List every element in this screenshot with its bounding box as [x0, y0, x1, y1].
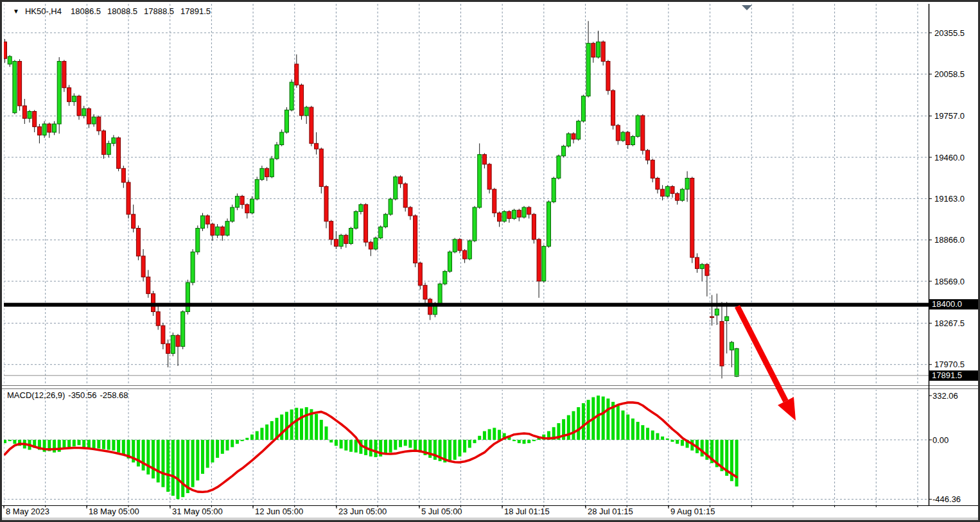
candle[interactable]: [408, 207, 412, 216]
candle[interactable]: [245, 205, 249, 213]
candle[interactable]: [696, 257, 699, 268]
candle[interactable]: [57, 62, 61, 124]
candle[interactable]: [201, 216, 205, 228]
candle[interactable]: [22, 106, 26, 118]
candle[interactable]: [310, 107, 313, 143]
candle[interactable]: [102, 131, 106, 155]
horizontal-line-object[interactable]: [4, 303, 929, 307]
candle[interactable]: [651, 160, 654, 178]
candle[interactable]: [28, 112, 31, 119]
candle[interactable]: [636, 116, 640, 136]
candle[interactable]: [324, 187, 328, 222]
candle[interactable]: [72, 96, 76, 102]
candle[interactable]: [715, 309, 719, 315]
candle[interactable]: [566, 134, 570, 146]
candle[interactable]: [487, 164, 491, 189]
candle[interactable]: [13, 62, 17, 113]
candle[interactable]: [383, 214, 387, 227]
candle[interactable]: [597, 42, 600, 57]
candle[interactable]: [280, 132, 284, 144]
candle[interactable]: [112, 138, 116, 144]
candle[interactable]: [156, 311, 160, 326]
candle[interactable]: [680, 189, 684, 200]
candle[interactable]: [374, 238, 378, 249]
candle[interactable]: [606, 62, 610, 91]
candle[interactable]: [216, 227, 220, 235]
candle[interactable]: [82, 109, 86, 116]
candle[interactable]: [581, 96, 585, 121]
candle[interactable]: [542, 247, 546, 281]
candle[interactable]: [354, 211, 358, 228]
candle[interactable]: [127, 182, 130, 214]
candle[interactable]: [62, 62, 66, 88]
candle[interactable]: [646, 150, 650, 160]
candle[interactable]: [220, 227, 224, 235]
candle[interactable]: [478, 155, 482, 207]
candle[interactable]: [438, 284, 442, 304]
candle[interactable]: [300, 85, 304, 116]
candle[interactable]: [275, 145, 279, 159]
candle[interactable]: [250, 199, 254, 213]
candle[interactable]: [522, 207, 526, 217]
candle[interactable]: [403, 184, 407, 207]
candle[interactable]: [700, 265, 704, 268]
candle[interactable]: [735, 349, 739, 376]
candle[interactable]: [448, 252, 452, 271]
candle[interactable]: [240, 196, 244, 205]
candle[interactable]: [136, 228, 140, 256]
candle[interactable]: [87, 109, 91, 124]
candle[interactable]: [498, 213, 502, 222]
candle[interactable]: [720, 322, 724, 366]
candle[interactable]: [690, 178, 694, 257]
candle[interactable]: [146, 277, 150, 293]
candle[interactable]: [670, 187, 674, 194]
candle[interactable]: [290, 82, 293, 110]
candle[interactable]: [399, 177, 403, 184]
candle[interactable]: [121, 168, 125, 182]
candle[interactable]: [611, 91, 615, 125]
candle[interactable]: [8, 57, 12, 64]
candle[interactable]: [685, 178, 689, 189]
candle[interactable]: [329, 222, 333, 239]
candle[interactable]: [265, 168, 269, 177]
candle[interactable]: [493, 189, 496, 213]
candle[interactable]: [656, 178, 660, 189]
candle[interactable]: [33, 112, 37, 127]
candle[interactable]: [206, 216, 209, 224]
candle[interactable]: [512, 210, 516, 218]
candle[interactable]: [152, 293, 155, 311]
candle[interactable]: [557, 156, 561, 178]
candle[interactable]: [334, 239, 338, 247]
candle[interactable]: [260, 168, 264, 179]
candle[interactable]: [161, 326, 165, 344]
candle[interactable]: [284, 110, 288, 132]
candle[interactable]: [181, 311, 185, 346]
candle[interactable]: [601, 42, 605, 61]
candle[interactable]: [171, 335, 175, 353]
candle[interactable]: [730, 342, 733, 350]
candle[interactable]: [725, 317, 729, 320]
candle[interactable]: [211, 224, 214, 235]
candle[interactable]: [552, 178, 556, 202]
candle[interactable]: [502, 211, 506, 221]
candle[interactable]: [482, 155, 486, 164]
candle[interactable]: [349, 228, 353, 243]
candle[interactable]: [176, 335, 180, 346]
candle[interactable]: [304, 107, 308, 116]
candle[interactable]: [641, 116, 645, 150]
candle[interactable]: [196, 228, 200, 252]
candle[interactable]: [344, 235, 348, 243]
candle[interactable]: [166, 344, 170, 353]
candle[interactable]: [319, 149, 323, 186]
candle[interactable]: [562, 146, 566, 156]
candle[interactable]: [67, 88, 71, 102]
candle[interactable]: [48, 124, 51, 132]
candle[interactable]: [97, 117, 101, 131]
candle[interactable]: [463, 250, 467, 259]
candle[interactable]: [231, 207, 234, 222]
candle[interactable]: [255, 180, 259, 199]
candle[interactable]: [537, 239, 541, 281]
candle[interactable]: [132, 214, 136, 229]
candle[interactable]: [77, 96, 81, 116]
candle[interactable]: [473, 207, 477, 241]
